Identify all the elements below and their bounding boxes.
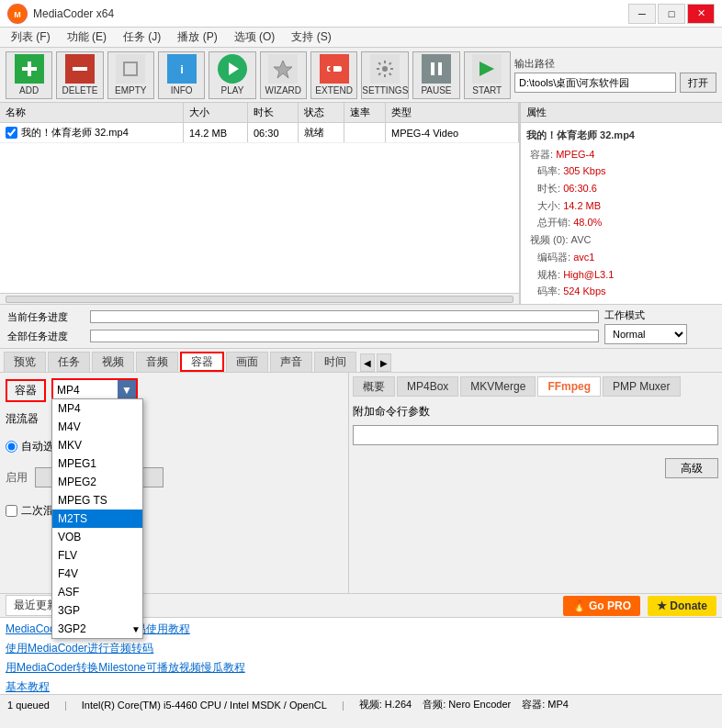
- menu-options[interactable]: 选项 (O): [227, 28, 283, 47]
- open-folder-button[interactable]: 打开: [680, 73, 716, 93]
- status-container: 容器: MP4: [522, 698, 569, 711]
- menu-function[interactable]: 功能 (E): [60, 28, 114, 47]
- add-button[interactable]: ADD: [6, 51, 52, 99]
- tab-sound[interactable]: 声音: [270, 352, 312, 372]
- app-title: MediaCoder x64: [33, 7, 628, 20]
- tab-right-arrow[interactable]: ▶: [377, 353, 391, 372]
- dropdown-item-mkv[interactable]: MKV: [52, 436, 142, 454]
- dropdown-item-mpeg-ts[interactable]: MPEG TS: [52, 491, 142, 510]
- horizontal-scrollbar[interactable]: [0, 293, 519, 304]
- svg-rect-13: [431, 62, 434, 75]
- tab-video[interactable]: 视频: [92, 352, 134, 372]
- prop-size: 大小: 14.2 MB: [537, 197, 716, 215]
- total-progress-row: 全部任务进度: [7, 328, 599, 344]
- gopro-icon: 🔥: [572, 599, 586, 612]
- tab-task[interactable]: 任务: [48, 352, 90, 372]
- cmd-input[interactable]: [353, 425, 718, 445]
- tab-picture[interactable]: 画面: [226, 352, 268, 372]
- container-label: 容器: [6, 379, 46, 402]
- prop-duration: 时长: 06:30.6: [537, 180, 716, 197]
- tab-container[interactable]: 容器: [180, 352, 224, 372]
- work-mode-select[interactable]: Normal Fast Slow Custom: [604, 324, 687, 344]
- advanced-button[interactable]: 高级: [665, 458, 718, 478]
- dropdown-item-m2ts[interactable]: M2TS: [52, 510, 142, 528]
- empty-button[interactable]: EMPTY: [107, 51, 154, 99]
- maximize-button[interactable]: □: [658, 4, 685, 24]
- title-bar: M MediaCoder x64 ─ □ ✕: [0, 0, 722, 28]
- menu-task[interactable]: 任务 (J): [116, 28, 168, 47]
- pause-icon: [422, 54, 451, 84]
- svg-text:i: i: [180, 62, 184, 76]
- container-dropdown-arrow[interactable]: ▼: [118, 380, 136, 400]
- minimize-button[interactable]: ─: [628, 4, 656, 24]
- delete-button[interactable]: DELETE: [56, 51, 103, 99]
- properties-content[interactable]: 我的！体育老师 32.mp4 容器: MPEG-4 码率: 305 Kbps 时…: [521, 123, 722, 304]
- file-table-header: 名称 大小 时长 状态 速率 类型: [0, 103, 519, 123]
- container-select-value[interactable]: MP4: [53, 380, 118, 400]
- dropdown-item-flv[interactable]: FLV: [52, 546, 142, 565]
- work-mode-area: 工作模式 Normal Fast Slow Custom: [604, 308, 715, 344]
- news-item-1[interactable]: 使用MediaCoder进行音频转码: [6, 639, 716, 658]
- sub-tab-mp4box[interactable]: MP4Box: [397, 376, 458, 397]
- properties-panel: 属性 我的！体育老师 32.mp4 容器: MPEG-4 码率: 305 Kbp…: [520, 103, 722, 304]
- output-path-input[interactable]: [514, 73, 676, 93]
- menu-support[interactable]: 支持 (S): [284, 28, 338, 47]
- container-selector-row: 容器 MP4 ▼ MP4 M4V MKV MPEG1 MPEG2 MPEG TS…: [6, 378, 343, 402]
- info-button[interactable]: i INFO: [158, 51, 205, 99]
- gopro-button[interactable]: 🔥 Go PRO: [563, 596, 640, 616]
- svg-rect-5: [124, 62, 137, 75]
- dropdown-item-f4v[interactable]: F4V: [52, 565, 142, 583]
- sub-tab-ffmpeg[interactable]: FFmpeg: [537, 376, 601, 397]
- news-item-2[interactable]: 用MediaCoder转换Milestone可播放视频慢瓜教程: [6, 658, 716, 678]
- dropdown-item-3gp[interactable]: 3GP: [52, 601, 142, 620]
- dropdown-item-asf[interactable]: ASF: [52, 583, 142, 601]
- file-table-body[interactable]: 我的！体育老师 32.mp4 14.2 MB 06:30 就绪 MPEG-4 V…: [0, 123, 519, 293]
- prop-resolution: 分辨率: 960x540: [537, 300, 716, 304]
- play-button[interactable]: PLAY: [209, 51, 255, 99]
- tab-audio[interactable]: 音频: [136, 352, 178, 372]
- tab-left-arrow[interactable]: ◀: [360, 353, 375, 372]
- status-queued: 1 queued: [7, 700, 50, 711]
- start-button[interactable]: START: [464, 51, 511, 99]
- dropdown-item-m4v[interactable]: M4V: [52, 418, 142, 436]
- dropdown-item-mpeg1[interactable]: MPEG1: [52, 454, 142, 473]
- file-checkbox[interactable]: [6, 127, 17, 139]
- app-logo: M: [7, 4, 28, 24]
- news-item-3[interactable]: 基本教程: [6, 678, 716, 694]
- table-row[interactable]: 我的！体育老师 32.mp4 14.2 MB 06:30 就绪 MPEG-4 V…: [0, 123, 519, 143]
- pause-button[interactable]: PAUSE: [412, 51, 459, 99]
- svg-rect-14: [438, 62, 442, 75]
- svg-marker-15: [479, 62, 494, 76]
- wizard-button[interactable]: WIZARD: [260, 51, 307, 99]
- advanced-btn-wrapper: 高级: [353, 454, 718, 478]
- auto-select-radio[interactable]: [6, 441, 17, 453]
- col-header-name: 名称: [0, 103, 184, 122]
- sub-tabs-bar: 概要 MP4Box MKVMerge FFmpeg PMP Muxer: [353, 376, 718, 397]
- close-button[interactable]: ✕: [687, 4, 715, 24]
- tab-preview[interactable]: 预览: [4, 352, 46, 372]
- tab-time[interactable]: 时间: [314, 352, 356, 372]
- status-cpu: Intel(R) Core(TM) i5-4460 CPU / Intel MS…: [82, 700, 327, 711]
- menu-play[interactable]: 播放 (P): [170, 28, 224, 47]
- sub-tab-pmp-muxer[interactable]: PMP Muxer: [603, 376, 680, 397]
- status-bar: 1 queued | Intel(R) Core(TM) i5-4460 CPU…: [0, 694, 722, 714]
- file-speed-cell: [344, 123, 386, 142]
- container-dropdown-list: MP4 M4V MKV MPEG1 MPEG2 MPEG TS M2TS VOB…: [51, 398, 143, 639]
- donate-button[interactable]: ★ Donate: [648, 596, 716, 616]
- settings-button[interactable]: SETTINGS: [361, 51, 409, 99]
- secondary-mixing-checkbox[interactable]: [6, 505, 17, 517]
- right-panel: 概要 MP4Box MKVMerge FFmpeg PMP Muxer 附加命令…: [349, 373, 722, 593]
- empty-icon: [116, 54, 145, 84]
- dropdown-item-3gp2[interactable]: 3GP2 ▼: [52, 620, 142, 638]
- prop-video-bitrate: 码率: 524 Kbps: [537, 283, 716, 300]
- menu-list[interactable]: 列表 (F): [4, 28, 58, 47]
- dropdown-item-mp4[interactable]: MP4: [52, 399, 142, 418]
- dropdown-item-vob[interactable]: VOB: [52, 528, 142, 546]
- dropdown-item-mpeg2[interactable]: MPEG2: [52, 473, 142, 491]
- file-type-cell: MPEG-4 Video: [386, 123, 519, 142]
- prop-video-section: 视频 (0): AVC: [530, 231, 716, 249]
- extend-button[interactable]: EXTEND: [310, 51, 357, 99]
- sub-tab-overview[interactable]: 概要: [353, 376, 395, 397]
- sub-tab-mkvmerge[interactable]: MKVMerge: [460, 376, 536, 397]
- svg-text:M: M: [14, 10, 21, 19]
